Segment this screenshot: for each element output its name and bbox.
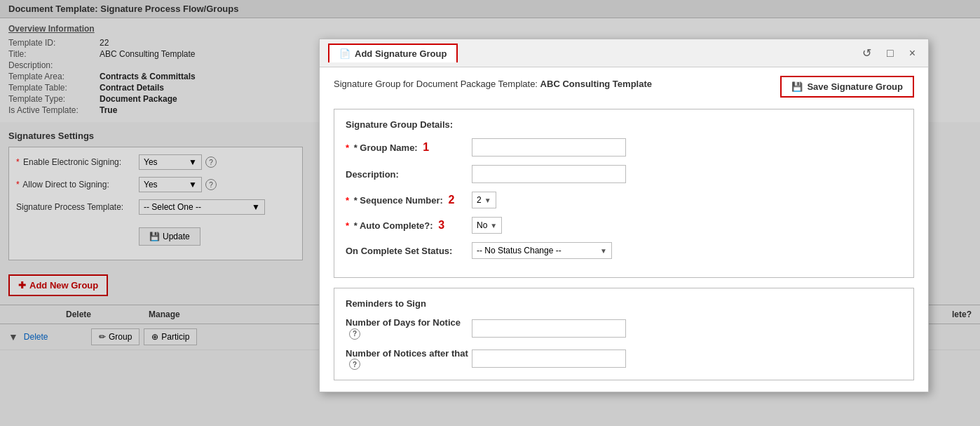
refresh-icon: ↺: [862, 47, 871, 59]
sequence-number-select[interactable]: 2 ▼: [472, 192, 496, 208]
sequence-number-row: * * Sequence Number: 2 2 ▼: [346, 192, 902, 208]
notices-after-input[interactable]: [472, 350, 626, 368]
sequence-seq: 2: [448, 194, 454, 206]
description-input[interactable]: [472, 165, 626, 183]
notices-after-label: Number of Notices after that ?: [346, 348, 472, 371]
sequence-value: 2: [477, 195, 482, 205]
maximize-icon: □: [887, 47, 894, 59]
select-arrow-icon: ▼: [600, 247, 607, 255]
modal-body: Signature Group for Document Package Tem…: [320, 67, 928, 392]
notices-after-row: Number of Notices after that ?: [346, 348, 902, 371]
description-row: Description:: [346, 165, 902, 183]
modal-titlebar: 📄 Add Signature Group ↺ □ ×: [320, 39, 928, 67]
group-name-row: * * Group Name: 1: [346, 138, 902, 157]
sequence-number-label: * * Sequence Number: 2: [346, 194, 472, 206]
notices-after-help-icon[interactable]: ?: [349, 359, 360, 370]
save-icon: 💾: [791, 81, 803, 92]
group-name-seq: 1: [423, 141, 429, 153]
modal-refresh-button[interactable]: ↺: [858, 45, 876, 61]
on-complete-row: On Complete Set Status: -- No Status Cha…: [346, 242, 902, 259]
required-star: *: [346, 142, 349, 153]
reminders-section: Reminders to Sign Number of Days for Not…: [334, 288, 914, 380]
on-complete-label: On Complete Set Status:: [346, 246, 472, 256]
subtitle-prefix: Signature Group for Document Package Tem…: [334, 79, 538, 89]
on-complete-select[interactable]: -- No Status Change -- ▼: [472, 242, 612, 259]
auto-complete-row: * * Auto Complete?: 3 No ▼: [346, 217, 902, 234]
required-star: *: [346, 195, 349, 206]
add-signature-group-modal: 📄 Add Signature Group ↺ □ × Signa: [319, 39, 929, 392]
modal-controls: ↺ □ ×: [858, 45, 920, 61]
auto-complete-label: * * Auto Complete?: 3: [346, 219, 472, 232]
modal-title-tab: 📄 Add Signature Group: [328, 44, 458, 62]
modal-close-button[interactable]: ×: [905, 46, 920, 61]
modal-subtitle: Signature Group for Document Package Tem…: [334, 79, 652, 89]
auto-complete-seq: 3: [438, 219, 444, 231]
file-icon: 📄: [339, 48, 351, 59]
reminders-title: Reminders to Sign: [346, 298, 902, 309]
auto-complete-value: No: [477, 220, 487, 230]
modal-title-left: 📄 Add Signature Group: [328, 44, 458, 62]
select-arrow-icon: ▼: [484, 197, 491, 204]
modal-tab-label: Add Signature Group: [355, 48, 447, 59]
required-star: *: [346, 220, 349, 231]
days-notice-help-icon[interactable]: ?: [349, 328, 360, 340]
days-notice-input[interactable]: [472, 319, 626, 338]
group-name-input[interactable]: [472, 138, 626, 157]
save-button-label: Save Signature Group: [807, 81, 903, 92]
signature-group-details-section: Signature Group Details: * * Group Name:…: [334, 109, 914, 278]
description-label: Description:: [346, 169, 472, 180]
save-signature-group-button[interactable]: 💾 Save Signature Group: [780, 76, 914, 98]
days-notice-row: Number of Days for Notice ?: [346, 317, 902, 340]
page-wrapper: Document Template: Signature Process Flo…: [0, 0, 980, 426]
select-arrow-icon: ▼: [490, 222, 497, 229]
close-icon: ×: [909, 47, 916, 59]
modal-template-name: ABC Consulting Template: [540, 79, 652, 89]
on-complete-value: -- No Status Change --: [477, 246, 562, 255]
modal-maximize-button[interactable]: □: [883, 46, 898, 61]
group-name-label: * * Group Name: 1: [346, 141, 472, 154]
days-notice-label: Number of Days for Notice ?: [346, 317, 472, 340]
details-section-title: Signature Group Details:: [346, 119, 902, 130]
auto-complete-select[interactable]: No ▼: [472, 217, 502, 234]
